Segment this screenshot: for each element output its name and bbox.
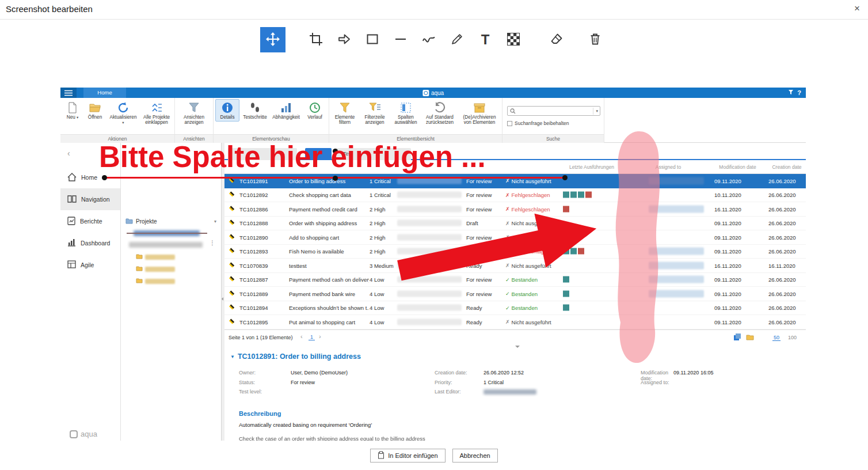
table-row-TC1012895[interactable]: TC1012895Put animal to shopping cart4 Lo… [224, 315, 806, 329]
execution-status-cell: ✓Bestanden [505, 290, 538, 297]
execution-status-cell: ✗Nicht ausgeführt [505, 319, 551, 325]
modification-date-cell: 09.11.2020 [714, 305, 741, 311]
move-tool[interactable] [260, 27, 285, 52]
ribbon-button-archive[interactable]: (De)Archivieren von Elementen [459, 99, 500, 127]
ribbon-button-filter[interactable]: Elemente filtern [331, 99, 359, 127]
selection-handle[interactable] [333, 176, 338, 181]
execution-square [563, 276, 569, 283]
detail-field: Assigned to: [641, 380, 713, 389]
ribbon-button-details[interactable]: Details [215, 99, 239, 122]
ribbon-button-filterrow[interactable]: Filterzeile anzeigen [360, 99, 390, 127]
pen-icon [450, 32, 465, 48]
project-folder-item[interactable] [136, 278, 175, 285]
priority-cell: 2 High [370, 206, 385, 212]
titlebar-icons: ? [789, 88, 801, 98]
text-annotation[interactable]: Bitte Spalte hier einfügen ... [99, 140, 486, 174]
highlight-marker-annotation[interactable] [609, 130, 670, 365]
detail-splitter[interactable] [224, 344, 806, 349]
chevron-down-icon[interactable]: ▾ [214, 219, 216, 224]
ribbon-button-open[interactable]: Öffnen [84, 99, 106, 122]
line-tool[interactable] [388, 27, 413, 52]
ribbon-button-views[interactable]: Ansichten anzeigen [177, 99, 211, 127]
modification-date-cell: 09.11.2020 [714, 276, 741, 283]
ribbon-button-new[interactable]: Neu ▾ [62, 99, 83, 122]
chevron-down-icon: ▾ [122, 120, 124, 124]
ribbon-button-history[interactable]: Verlauf [303, 99, 327, 122]
ribbon-button-collapse[interactable]: Alle Projekte einklappen [140, 99, 173, 127]
testcase-name: Put animal to shopping cart [289, 319, 369, 325]
search-input[interactable]: ▾ [507, 106, 600, 116]
testcase-name: Order with shipping address [289, 220, 369, 226]
app-title: aqua [422, 88, 444, 98]
back-chevron-icon[interactable]: ‹ [67, 149, 70, 158]
detail-field: Priority:1 Critical [435, 380, 536, 389]
testcase-list-area: Test Letzte Ausführungen Assigned to Mod… [224, 143, 806, 441]
table-row-TC1012889[interactable]: TC1012889Payment method bank wire4 LowFo… [224, 287, 806, 301]
selection-handle[interactable] [562, 175, 568, 180]
ribbon-group: ▾Suchanfrage beibehaltenSuche [502, 98, 604, 143]
ribbon-button-teststeps[interactable]: Testschritte [241, 99, 269, 122]
column-header-creation[interactable]: Creation date [768, 164, 806, 170]
testcase-name: testtest [289, 262, 369, 268]
pin-icon[interactable] [789, 90, 793, 96]
columns-icon [399, 101, 412, 115]
next-page-icon[interactable]: › [319, 333, 321, 340]
check-icon: ✓ [505, 291, 510, 297]
rectangle-icon [365, 32, 380, 48]
sidebar-item-agile[interactable]: Agile [60, 254, 120, 276]
ribbon-group-label: Suche [502, 134, 604, 143]
creation-date-cell: 26.06.2020 [768, 276, 796, 283]
insert-editor-button[interactable]: In Editor einfügen [370, 449, 445, 463]
modification-date-cell: 09.11.2020 [714, 290, 741, 297]
column-header-modification[interactable]: Modification date [710, 164, 765, 170]
crop-tool[interactable] [303, 27, 329, 52]
project-folder-item[interactable] [136, 253, 175, 260]
projects-panel: Projekte ▾ ⋮ [121, 143, 222, 441]
keep-search-checkbox[interactable]: Suchanfrage beibehalten [507, 120, 600, 126]
screenshot-editor-dialog: Screenshot bearbeiten × T Home aqua ? Ne… [0, 0, 868, 470]
menu-icon[interactable] [60, 88, 77, 98]
table-row-TC1012891[interactable]: TC1012891Order to billing address1 Criti… [224, 174, 806, 188]
page-size-100[interactable]: 100 [788, 335, 797, 340]
execution-status-cell: ✓Bestanden [505, 305, 538, 311]
rectangle-tool[interactable] [360, 27, 385, 52]
sidebar-item-dashboard[interactable]: Dashboard [60, 232, 120, 254]
priority-cell: 4 Low [370, 290, 384, 297]
close-icon[interactable]: × [854, 3, 860, 14]
table-row-TC1012894[interactable]: TC1012894Exceptions shouldn't be shown t… [224, 301, 806, 316]
redacted-project-name[interactable] [129, 242, 203, 248]
table-row-TC1012892[interactable]: TC1012892Check shopping cart data1 Criti… [224, 188, 806, 203]
search-icon [510, 108, 516, 115]
help-icon[interactable]: ? [797, 89, 801, 96]
curve-tool[interactable] [416, 27, 441, 52]
detail-field: Test level: [239, 389, 348, 399]
search-dropdown-icon[interactable]: ▾ [593, 108, 598, 115]
project-folder-item[interactable] [136, 266, 175, 272]
tab-home[interactable]: Home [83, 88, 126, 98]
sidebar-item-navigation[interactable]: Navigation [60, 188, 120, 210]
modification-date-cell: 09.11.2020 [714, 248, 741, 255]
selection-handle[interactable] [102, 175, 107, 180]
ribbon-button-refresh[interactable]: Aktualisieren ▾ [107, 99, 139, 127]
pixelate-tool[interactable] [501, 27, 526, 52]
arrow-tool[interactable] [332, 27, 357, 52]
page-size-50[interactable]: 50 [772, 335, 781, 341]
export-icon[interactable] [733, 333, 741, 342]
cancel-button[interactable]: Abbrechen [452, 449, 498, 463]
folder-view-icon[interactable] [746, 334, 754, 342]
sidebar-item-reports[interactable]: Berichte [60, 210, 120, 232]
testcase-name: Payment method bank wire [289, 290, 369, 297]
page-number[interactable]: 1 [309, 334, 315, 340]
trash-tool[interactable] [583, 27, 608, 52]
pen-tool[interactable] [444, 27, 470, 52]
text-tool[interactable]: T [473, 27, 498, 52]
detail-title[interactable]: ▼TC1012891: Order to billing address [230, 352, 361, 361]
prev-page-icon[interactable]: ‹ [300, 333, 303, 340]
ribbon-button-columns[interactable]: Spalten auswählen [391, 99, 421, 127]
eraser-tool[interactable] [544, 27, 569, 52]
ribbon-button-reset[interactable]: Auf Standard zurücksetzen [422, 99, 458, 127]
overflow-menu-icon[interactable]: ⋮ [210, 240, 215, 246]
creation-date-cell: 26.06.2020 [768, 319, 796, 325]
ribbon-button-dependency[interactable]: Abhängigkeit [271, 99, 302, 122]
projects-header[interactable]: Projekte ▾ [125, 218, 216, 225]
